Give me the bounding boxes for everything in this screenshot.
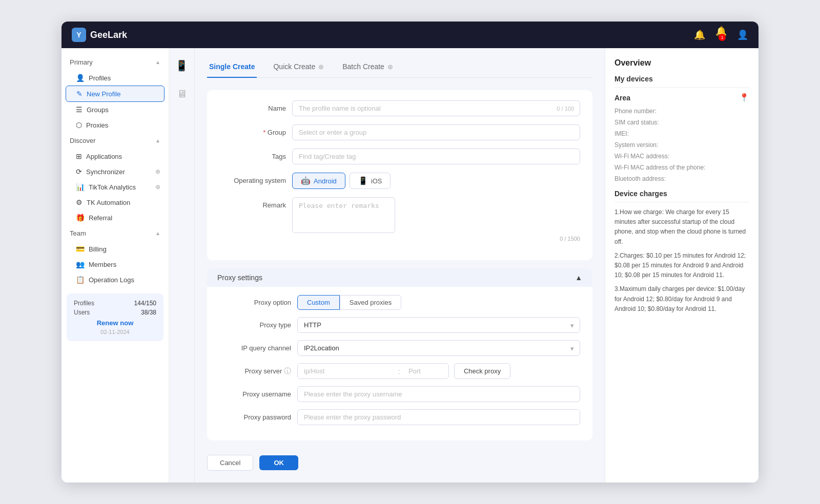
sidebar-item-new-profile[interactable]: ✎ New Profile	[66, 86, 165, 102]
profiles-icon: 👤	[76, 74, 85, 82]
billing-icon: 💳	[76, 245, 85, 253]
tab-batch-create[interactable]: Batch Create ⊕	[340, 58, 395, 78]
sidebar-item-groups[interactable]: ☰ Groups	[61, 102, 169, 117]
notification-icon[interactable]: 🔔 1	[715, 26, 727, 44]
name-input[interactable]	[292, 100, 580, 116]
custom-proxy-button[interactable]: Custom	[297, 295, 340, 310]
notification-badge: 1	[719, 34, 726, 41]
proxy-section: Proxy settings ▲ Proxy option Custom	[207, 268, 592, 440]
tags-input[interactable]	[292, 149, 580, 164]
saved-proxies-button[interactable]: Saved proxies	[340, 295, 401, 310]
batch-create-label: Batch Create	[342, 62, 384, 71]
proxy-password-input[interactable]	[297, 409, 580, 425]
sidebar-item-members[interactable]: 👥 Members	[61, 257, 169, 272]
group-input[interactable]	[292, 124, 580, 140]
sidebar-item-profiles[interactable]: 👤 Profiles	[61, 70, 169, 86]
cancel-button[interactable]: Cancel	[207, 455, 253, 471]
proxy-port-input[interactable]	[402, 364, 448, 379]
proxy-host-input[interactable]	[298, 364, 396, 379]
system-version-label: System version:	[614, 141, 676, 149]
custom-label: Custom	[307, 299, 330, 306]
batch-create-icon: ⊕	[387, 63, 393, 71]
logo: Y GeeLark	[72, 28, 127, 42]
imei-label: IMEI:	[614, 130, 676, 137]
desktop-device-icon[interactable]: 🖥	[174, 85, 190, 103]
proxy-option-row: Proxy option Custom Saved proxies	[219, 295, 580, 310]
alert-icon[interactable]: 🔔	[694, 29, 705, 40]
proxy-username-label: Proxy username	[219, 390, 291, 398]
group-row: Group	[219, 124, 580, 140]
proxy-server-inputs-row: : Check proxy	[297, 363, 510, 379]
automation-icon: ⚙	[76, 198, 83, 206]
android-icon: 🤖	[301, 176, 311, 185]
sidebar-item-billing[interactable]: 💳 Billing	[61, 241, 169, 257]
logo-icon: Y	[72, 28, 86, 42]
ip-query-row: IP query channel IP2Location Other	[219, 340, 580, 356]
phone-number-label: Phone number:	[614, 108, 676, 115]
team-section[interactable]: Team ▲	[61, 225, 169, 241]
tab-quick-create[interactable]: Quick Create ⊕	[271, 58, 326, 78]
charges-text-3: 3.Maximum daily charges per device: $1.0…	[614, 284, 749, 314]
renew-button[interactable]: Renew now	[74, 319, 156, 327]
synchronizer-icon: ⟳	[76, 167, 82, 176]
proxy-password-label: Proxy password	[219, 413, 291, 421]
remark-row: Remark 0 / 1500	[219, 197, 580, 242]
billing-label: Billing	[89, 245, 107, 253]
discover-label: Discover	[70, 137, 96, 144]
location-icon[interactable]: 📍	[739, 93, 749, 102]
sim-card-row: SIM card status:	[614, 119, 749, 126]
discover-section[interactable]: Discover ▲	[61, 133, 169, 149]
wifi-mac-label: Wi-Fi MAC address:	[614, 153, 676, 160]
proxy-section-title: Proxy settings	[217, 274, 262, 282]
my-devices-title: My devices	[614, 75, 749, 88]
proxy-type-select[interactable]: HTTP HTTPS SOCKS5	[297, 317, 580, 333]
user-icon[interactable]: 👤	[737, 29, 748, 40]
ios-label: iOS	[371, 177, 382, 185]
proxy-section-body: Proxy option Custom Saved proxies	[207, 287, 592, 440]
group-label: Group	[219, 124, 286, 136]
overview-title: Overview	[614, 58, 749, 68]
sidebar-item-tiktok[interactable]: 📊 TikTok Analytics ⊕	[61, 179, 169, 195]
android-button[interactable]: 🤖 Android	[292, 173, 345, 189]
sidebar-item-proxies[interactable]: ⬡ Proxies	[61, 117, 169, 133]
ok-button[interactable]: OK	[259, 455, 298, 470]
os-buttons: 🤖 Android 📱 iOS	[292, 173, 391, 189]
applications-label: Applications	[86, 153, 122, 160]
tags-row: Tags	[219, 149, 580, 164]
sidebar-item-operation-logs[interactable]: 📋 Operation Logs	[61, 272, 169, 287]
sidebar-item-applications[interactable]: ⊞ Applications	[61, 149, 169, 164]
charges-text-1: 1.How we charge: We charge for every 15 …	[614, 207, 749, 247]
users-count-label: Users	[74, 309, 90, 316]
os-row: Operating system 🤖 Android 📱 iOS	[219, 173, 580, 189]
proxy-server-help-icon[interactable]: ⓘ	[284, 367, 291, 375]
sidebar: Primary ▲ 👤 Profiles ✎ New Profile ☰ Gro…	[61, 48, 169, 482]
quick-create-label: Quick Create	[273, 62, 315, 71]
check-proxy-button[interactable]: Check proxy	[454, 363, 510, 379]
ip-query-select[interactable]: IP2Location Other	[297, 340, 580, 356]
quick-create-icon: ⊕	[318, 63, 324, 71]
remark-textarea[interactable]	[292, 197, 395, 233]
ios-button[interactable]: 📱 iOS	[350, 173, 391, 189]
primary-chevron: ▲	[155, 59, 160, 65]
proxy-section-header[interactable]: Proxy settings ▲	[207, 268, 592, 287]
name-row: Name 0 / 100	[219, 100, 580, 116]
proxy-server-label: Proxy server ⓘ	[219, 367, 291, 376]
check-proxy-label: Check proxy	[464, 367, 501, 375]
applications-icon: ⊞	[76, 152, 82, 160]
sidebar-item-tk-automation[interactable]: ⚙ TK Automation	[61, 195, 169, 210]
proxy-type-row: Proxy type HTTP HTTPS SOCKS5	[219, 317, 580, 333]
sidebar-item-referral[interactable]: 🎁 Referral	[61, 210, 169, 225]
proxy-username-input[interactable]	[297, 386, 580, 402]
primary-label: Primary	[70, 58, 93, 66]
proxy-option-label: Proxy option	[219, 299, 291, 306]
mobile-device-icon[interactable]: 📱	[172, 56, 191, 75]
sidebar-item-synchronizer[interactable]: ⟳ Synchronizer ⊕	[61, 164, 169, 179]
sim-card-label: SIM card status:	[614, 119, 676, 126]
content-area: 📱 🖥 Single Create Quick Create ⊕ Batch C…	[169, 48, 758, 482]
primary-section[interactable]: Primary ▲	[61, 54, 169, 70]
referral-icon: 🎁	[76, 214, 85, 222]
tab-single-create[interactable]: Single Create	[207, 58, 257, 78]
tags-label: Tags	[219, 149, 286, 160]
discover-chevron: ▲	[155, 138, 160, 143]
phone-number-row: Phone number:	[614, 108, 749, 115]
